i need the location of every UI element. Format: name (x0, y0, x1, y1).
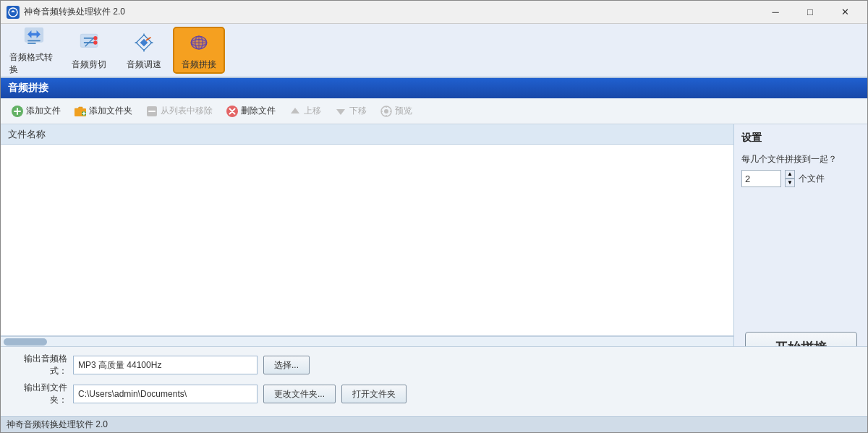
format-label: 输出音频格式： (9, 353, 67, 377)
open-folder-button[interactable]: 打开文件夹 (341, 385, 407, 403)
add-file-icon (11, 105, 24, 118)
delete-file-button[interactable]: 删除文件 (220, 103, 281, 120)
spinner-up-button[interactable]: ▲ (785, 170, 795, 179)
add-folder-label: 添加文件夹 (89, 105, 132, 117)
toolbar-cut-label: 音频剪切 (72, 59, 106, 71)
file-area: 文件名称 (1, 124, 733, 346)
remove-from-list-label: 从列表中移除 (161, 105, 213, 117)
add-file-button[interactable]: 添加文件 (5, 103, 67, 120)
preview-label: 预览 (395, 105, 412, 117)
group-value-row: ▲ ▼ 个文件 (741, 170, 860, 187)
format-icon (21, 25, 47, 48)
section-header: 音频拼接 (1, 78, 867, 98)
format-row: 输出音频格式： 选择... (9, 353, 859, 377)
svg-point-3 (93, 36, 97, 40)
settings-panel: 设置 每几个文件拼接到一起？ ▲ ▼ 个文件 开始拼接 (733, 124, 867, 346)
toolbar-format-btn[interactable]: 音频格式转换 (8, 27, 60, 74)
svg-point-17 (384, 109, 388, 113)
spinner-buttons: ▲ ▼ (785, 170, 795, 187)
group-suffix: 个文件 (799, 173, 825, 185)
status-text: 神奇音频转换处理软件 2.0 (7, 419, 108, 431)
svg-marker-15 (336, 109, 345, 115)
title-bar: 神奇音频转换处理软件 2.0 ─ □ ✕ (1, 1, 867, 24)
format-input[interactable] (73, 356, 258, 374)
file-name-column: 文件名称 (8, 128, 46, 141)
group-count-input[interactable] (741, 170, 781, 187)
spinner-down-button[interactable]: ▼ (785, 179, 795, 187)
toolbar-cut-btn[interactable]: 音频剪切 (63, 27, 115, 74)
change-folder-button[interactable]: 更改文件夹... (263, 385, 336, 403)
app-icon (7, 6, 20, 19)
add-folder-button[interactable]: 添加文件夹 (68, 103, 138, 120)
move-down-icon (334, 105, 347, 118)
choose-format-button[interactable]: 选择... (263, 356, 310, 374)
svg-rect-2 (80, 34, 97, 47)
delete-file-icon (226, 105, 239, 118)
move-up-icon (289, 105, 302, 118)
toolbar-splice-btn[interactable]: 音频拼接 (173, 27, 225, 74)
toolbar-format-label: 音频格式转换 (9, 51, 59, 76)
start-button-area: 开始拼接 (741, 332, 860, 346)
start-splice-button[interactable]: 开始拼接 (745, 332, 857, 346)
window-controls: ─ □ ✕ (759, 1, 861, 24)
delete-file-label: 删除文件 (241, 105, 276, 117)
main-content: 文件名称 设置 每几个文件拼接到一起？ ▲ ▼ 个文件 开始拼接 (1, 124, 867, 346)
speed-icon (131, 30, 157, 56)
folder-input[interactable] (73, 385, 258, 403)
scroll-thumb (4, 338, 47, 346)
toolbar: 音频格式转换 音频剪切 音频调速 (1, 24, 867, 78)
file-list-body[interactable] (1, 145, 733, 336)
app-title: 神奇音频转换处理软件 2.0 (24, 6, 759, 18)
splice-icon (186, 30, 212, 56)
move-up-label: 上移 (304, 105, 321, 117)
group-label: 每几个文件拼接到一起？ (741, 153, 860, 166)
preview-button[interactable]: 预览 (374, 103, 418, 120)
section-title: 音频拼接 (8, 82, 48, 95)
move-down-button[interactable]: 下移 (328, 103, 373, 120)
folder-row: 输出到文件夹： 更改文件夹... 打开文件夹 (9, 382, 859, 406)
horizontal-scrollbar[interactable] (1, 336, 733, 346)
move-up-button[interactable]: 上移 (283, 103, 327, 120)
action-bar: 添加文件 添加文件夹 从列表中移除 (1, 98, 867, 124)
add-file-label: 添加文件 (26, 105, 61, 117)
close-button[interactable]: ✕ (828, 1, 861, 24)
cut-icon (76, 30, 102, 56)
toolbar-speed-label: 音频调速 (127, 59, 161, 71)
folder-label: 输出到文件夹： (9, 382, 67, 406)
status-bar: 神奇音频转换处理软件 2.0 (1, 416, 867, 432)
bottom-area: 输出音频格式： 选择... 输出到文件夹： 更改文件夹... 打开文件夹 (1, 346, 867, 416)
maximize-button[interactable]: □ (793, 1, 827, 24)
remove-from-list-icon (145, 105, 158, 118)
preview-icon (380, 105, 393, 118)
remove-from-list-button[interactable]: 从列表中移除 (140, 103, 218, 120)
svg-point-4 (93, 40, 97, 44)
add-folder-icon (74, 105, 87, 118)
toolbar-speed-btn[interactable]: 音频调速 (118, 27, 170, 74)
settings-title: 设置 (741, 132, 860, 145)
move-down-label: 下移 (349, 105, 367, 117)
minimize-button[interactable]: ─ (759, 1, 792, 24)
toolbar-splice-label: 音频拼接 (182, 59, 216, 71)
file-list-header: 文件名称 (1, 124, 733, 145)
svg-marker-14 (291, 108, 299, 113)
